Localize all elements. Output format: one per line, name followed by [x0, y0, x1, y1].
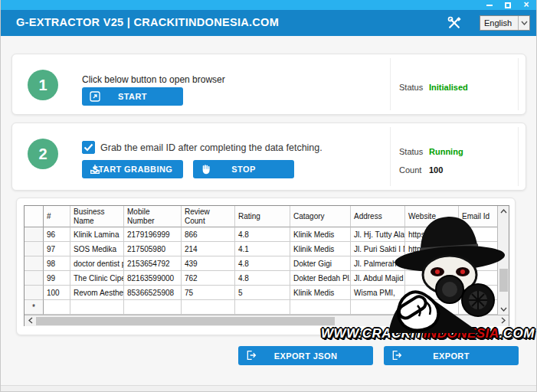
table-cell[interactable]: 5 [235, 286, 290, 300]
table-cell[interactable] [290, 300, 351, 315]
table-row[interactable]: 97SOS Medika2175059802144.1Klinik MedisJ… [25, 242, 509, 256]
table-cell[interactable] [459, 256, 499, 271]
table-cell[interactable]: Jl. Hj. Tutty Alawi... [351, 227, 405, 242]
scroll-up-icon[interactable] [498, 206, 509, 217]
settings-button[interactable] [445, 15, 463, 31]
table-cell[interactable] [459, 300, 499, 315]
table-cell[interactable]: SOS Medika [70, 242, 124, 256]
row-selector[interactable] [25, 242, 44, 256]
table-cell[interactable]: 96 [44, 227, 70, 242]
table-cell[interactable]: 4.8 [235, 227, 290, 242]
column-header[interactable]: Address [351, 206, 405, 227]
table-cell[interactable]: 82163599000 [124, 271, 182, 286]
table-cell[interactable]: Klinik Medis [290, 286, 351, 300]
scroll-right-icon[interactable] [497, 315, 509, 325]
column-header[interactable]: Catagory [290, 206, 351, 227]
close-button[interactable]: × [521, 0, 532, 10]
table-cell[interactable]: 75 [182, 286, 235, 300]
start-grabbing-button[interactable]: START GRABBING [82, 160, 183, 178]
table-cell[interactable] [459, 271, 499, 286]
table-cell[interactable]: Jl. Puri Sakti I No... [351, 242, 405, 256]
table-cell[interactable] [124, 300, 182, 315]
table-row[interactable]: 98doctor dentist pal...21536547924394.8D… [25, 256, 509, 271]
table-cell[interactable]: The Clinic Cipete ... [70, 271, 124, 286]
table-cell[interactable]: 85366525908 [124, 286, 182, 300]
table-cell[interactable]: 100 [44, 286, 70, 300]
column-header[interactable]: Review Count [182, 206, 235, 227]
table-row[interactable]: 100Revom Aesthetic...85366525908755Klini… [25, 286, 509, 300]
table-cell[interactable]: Wisma PMI, [351, 286, 405, 300]
new-row-marker[interactable]: * [25, 300, 44, 315]
minimize-button[interactable] [484, 0, 495, 10]
scroll-left-icon[interactable] [25, 315, 36, 325]
table-cell[interactable]: 762 [182, 271, 235, 286]
column-header[interactable]: Website [405, 206, 459, 227]
vertical-scrollbar[interactable] [497, 206, 509, 315]
table-cell[interactable]: Dokter Gigi [290, 256, 351, 271]
row-selector[interactable] [25, 286, 44, 300]
export-button-label: EXPORT [433, 351, 470, 361]
column-header[interactable]: Business Name [70, 206, 124, 227]
table-cell[interactable]: 2153654792 [124, 256, 182, 271]
table-cell[interactable] [405, 256, 459, 271]
horizontal-scrollbar[interactable] [25, 315, 509, 326]
table-cell[interactable]: 97 [44, 242, 70, 256]
language-select[interactable]: English [480, 15, 530, 31]
table-cell[interactable]: Jl. Palmerah Bara... [351, 256, 405, 271]
start-button[interactable]: START [82, 87, 183, 106]
table-new-row[interactable]: * [25, 300, 509, 315]
table-cell[interactable]: 214 [182, 242, 235, 256]
column-header[interactable]: Rating [235, 206, 290, 227]
table-row[interactable]: 96Klinik Lamina21791969998664.8Klinik Me… [25, 227, 509, 242]
table-cell[interactable]: doctor dentist pal... [70, 256, 124, 271]
table-cell[interactable]: https: [405, 242, 459, 256]
row-selector[interactable] [25, 227, 44, 242]
table-cell[interactable] [459, 286, 499, 300]
table-cell[interactable]: 4.8 [235, 271, 290, 286]
column-header[interactable]: Mobile Number [124, 206, 182, 227]
table-cell[interactable] [351, 300, 405, 315]
table-cell[interactable]: 4.8 [235, 256, 290, 271]
grab-email-checkbox[interactable] [82, 141, 95, 154]
vertical-scroll-thumb[interactable] [499, 269, 508, 292]
table-cell[interactable] [70, 300, 124, 315]
table-cell[interactable]: Jl. Abdul Majid R... [351, 271, 405, 286]
table-cell[interactable]: https:// [405, 227, 459, 242]
table-cell[interactable]: Klinik Lamina [70, 227, 124, 242]
table-cell[interactable] [235, 300, 290, 315]
table-row[interactable]: 99The Clinic Cipete ...821635990007624.8… [25, 271, 509, 286]
scroll-down-icon[interactable] [498, 304, 509, 315]
table-cell[interactable] [405, 300, 459, 315]
select-all-header[interactable] [25, 206, 44, 227]
table-cell[interactable]: 99 [44, 271, 70, 286]
column-header[interactable]: Email Id [459, 206, 499, 227]
table-cell[interactable] [405, 286, 459, 300]
table-cell[interactable] [182, 300, 235, 315]
table-cell[interactable] [459, 227, 499, 242]
table-cell[interactable]: Revom Aesthetic... [70, 286, 124, 300]
horizontal-scroll-thumb[interactable] [36, 317, 335, 325]
export-json-button[interactable]: EXPORT JSON [238, 346, 373, 365]
table-cell[interactable]: Dokter Bedah Pl... [290, 271, 351, 286]
table-cell[interactable]: 866 [182, 227, 235, 242]
row-selector[interactable] [25, 271, 44, 286]
maximize-button[interactable] [503, 0, 513, 10]
table-cell[interactable]: Klinik Medis [290, 242, 351, 256]
row-selector[interactable] [25, 256, 44, 271]
table-cell[interactable] [459, 242, 499, 256]
table-cell[interactable]: 217505980 [124, 242, 182, 256]
status-value: Initialised [429, 83, 468, 92]
launch-icon [89, 90, 101, 103]
table-cell[interactable] [44, 300, 70, 315]
table-cell[interactable]: 98 [44, 256, 70, 271]
table-cell[interactable]: 4.1 [235, 242, 290, 256]
column-header[interactable]: # [44, 206, 70, 227]
step2-card: 2 Grab the email ID after completing the… [11, 122, 526, 191]
start-button-label: START [118, 92, 147, 101]
table-cell[interactable]: 439 [182, 256, 235, 271]
table-cell[interactable]: 2179196999 [124, 227, 182, 242]
stop-button[interactable]: STOP [193, 160, 294, 178]
table-cell[interactable] [405, 271, 459, 286]
table-cell[interactable]: Klinik Medis [290, 227, 351, 242]
export-button[interactable]: EXPORT [384, 346, 519, 365]
